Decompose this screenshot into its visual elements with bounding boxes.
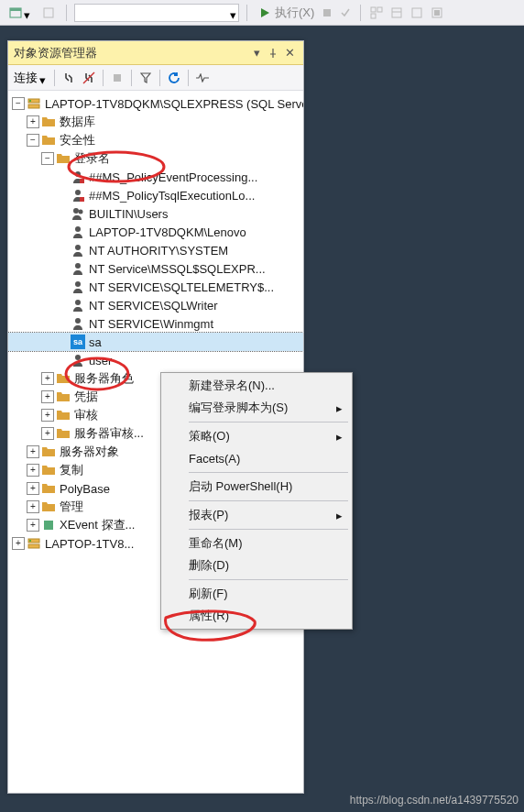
- svg-rect-19: [80, 179, 84, 183]
- tree-node-login[interactable]: user: [8, 351, 303, 369]
- disconnect-icon[interactable]: [81, 70, 97, 86]
- ctx-rename[interactable]: 重命名(M): [163, 532, 350, 554]
- tree-node-logins[interactable]: −登录名: [8, 149, 303, 168]
- toolbar-icon[interactable]: [409, 5, 425, 21]
- context-menu: 新建登录名(N)... 编写登录脚本为(S)▸ 策略(O)▸ Facets(A)…: [160, 372, 353, 630]
- svg-rect-5: [371, 7, 376, 12]
- svg-point-18: [75, 171, 81, 177]
- ctx-reports[interactable]: 报表(P)▸: [163, 504, 350, 526]
- svg-point-26: [75, 263, 81, 269]
- connect-icon[interactable]: [60, 70, 77, 86]
- svg-rect-12: [434, 10, 440, 16]
- panel-title: 对象资源管理器: [14, 45, 248, 61]
- tree-node-login[interactable]: NT SERVICE\SQLTELEMETRY$...: [8, 278, 303, 296]
- panel-titlebar: 对象资源管理器 ▾ ✕: [8, 41, 303, 65]
- svg-point-24: [75, 226, 81, 232]
- execute-button[interactable]: 执行(X): [255, 3, 316, 23]
- pin-icon[interactable]: [265, 45, 281, 61]
- watermark: https://blog.csdn.net/a1439775520: [350, 794, 519, 807]
- sa-login-icon: sa: [71, 335, 85, 349]
- ctx-refresh[interactable]: 刷新(F): [163, 583, 350, 605]
- filter-icon[interactable]: [137, 70, 154, 86]
- tree-node-login[interactable]: NT Service\MSSQL$SQLEXPR...: [8, 259, 303, 278]
- toolbar-icon[interactable]: [368, 5, 385, 21]
- tree-node-sa[interactable]: sasa: [8, 333, 303, 351]
- svg-rect-33: [28, 544, 39, 548]
- svg-point-30: [75, 355, 81, 360]
- tree-node-login[interactable]: NT SERVICE\Winmgmt: [8, 314, 303, 333]
- svg-rect-6: [377, 7, 382, 12]
- svg-rect-31: [44, 521, 53, 530]
- tree-node[interactable]: +数据库: [8, 113, 303, 131]
- svg-rect-2: [44, 8, 53, 17]
- tree-node-login[interactable]: ##MS_PolicyTsqlExecutionLo...: [8, 186, 303, 204]
- stop-button[interactable]: [320, 5, 334, 20]
- tree-node-login[interactable]: ##MS_PolicyEventProcessing...: [8, 168, 303, 186]
- svg-point-20: [75, 190, 81, 195]
- tree-node-security[interactable]: −安全性: [8, 131, 303, 149]
- toolbar-icon[interactable]: [429, 5, 445, 21]
- svg-point-22: [73, 208, 79, 214]
- execute-label: 执行(X): [275, 5, 314, 21]
- ctx-policies[interactable]: 策略(O)▸: [163, 425, 350, 447]
- svg-rect-1: [10, 8, 21, 11]
- svg-rect-16: [28, 104, 39, 108]
- ctx-script-as[interactable]: 编写登录脚本为(S)▸: [163, 397, 350, 419]
- stop-icon[interactable]: [109, 70, 126, 86]
- svg-rect-21: [80, 197, 84, 202]
- svg-rect-8: [392, 8, 401, 17]
- parse-button[interactable]: [338, 5, 353, 20]
- svg-rect-10: [412, 8, 421, 17]
- svg-marker-3: [261, 8, 269, 17]
- toolbar-icon[interactable]: [388, 5, 405, 21]
- toolbar-combo[interactable]: [74, 4, 239, 22]
- svg-point-25: [75, 245, 81, 250]
- svg-point-27: [75, 281, 81, 287]
- svg-rect-14: [114, 74, 121, 82]
- svg-point-34: [29, 540, 31, 542]
- tree-node-login[interactable]: BUILTIN\Users: [8, 204, 303, 223]
- ctx-powershell[interactable]: 启动 PowerShell(H): [163, 476, 350, 498]
- svg-point-17: [29, 100, 31, 102]
- tree-node-login[interactable]: NT SERVICE\SQLWriter: [8, 296, 303, 314]
- refresh-icon[interactable]: [166, 70, 182, 86]
- tree-node-login[interactable]: LAPTOP-1TV8DQKM\Lenovo: [8, 223, 303, 241]
- tree-node-server[interactable]: − LAPTOP-1TV8DQKM\SQLEXPRESS (SQL Server…: [8, 94, 303, 113]
- svg-point-28: [75, 300, 81, 305]
- svg-rect-7: [371, 14, 376, 18]
- activity-icon[interactable]: [194, 70, 211, 86]
- svg-point-29: [75, 318, 81, 324]
- toolbar-button[interactable]: [38, 3, 59, 23]
- ctx-new-login[interactable]: 新建登录名(N)...: [163, 375, 350, 397]
- ctx-properties[interactable]: 属性(R): [163, 605, 350, 627]
- tree-node-login[interactable]: NT AUTHORITY\SYSTEM: [8, 241, 303, 259]
- close-icon[interactable]: ✕: [281, 45, 298, 61]
- ctx-delete[interactable]: 删除(D): [163, 554, 350, 576]
- connect-label: 连接: [14, 70, 38, 86]
- ctx-facets[interactable]: Facets(A): [163, 447, 350, 469]
- connect-dropdown[interactable]: ▾: [39, 73, 49, 82]
- svg-point-23: [79, 210, 83, 214]
- window-position-icon[interactable]: ▾: [248, 45, 265, 61]
- svg-rect-4: [323, 9, 331, 16]
- toolbar-button[interactable]: ▾: [5, 3, 35, 23]
- panel-toolbar: 连接 ▾: [8, 65, 303, 91]
- svg-line-13: [83, 72, 94, 83]
- main-toolbar: ▾ ▾ 执行(X): [0, 0, 524, 26]
